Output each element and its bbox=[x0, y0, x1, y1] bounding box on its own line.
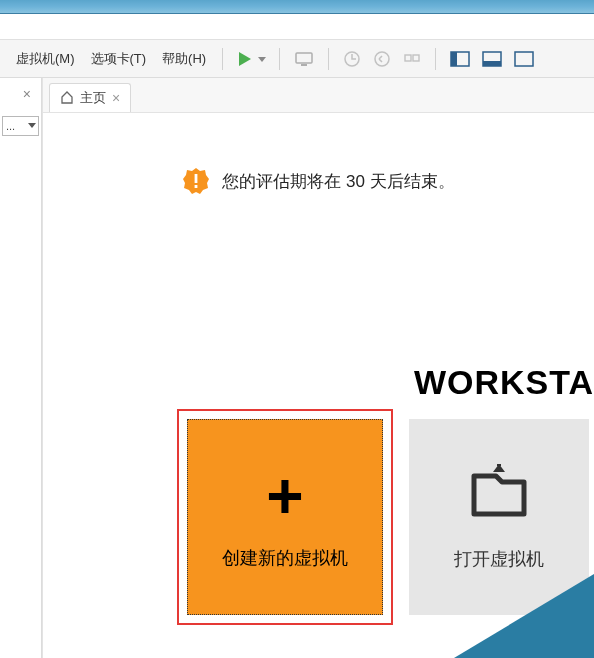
open-vm-label: 打开虚拟机 bbox=[454, 547, 544, 571]
menu-tabs-label: 选项卡(T) bbox=[91, 51, 147, 66]
svg-rect-2 bbox=[296, 53, 312, 63]
svg-rect-15 bbox=[195, 174, 198, 183]
svg-point-5 bbox=[375, 52, 389, 66]
menu-tabs[interactable]: 选项卡(T) bbox=[85, 46, 153, 72]
content-area: 主页 × 您的评估期将在 30 天后结束。 WORKSTA bbox=[42, 78, 594, 658]
layout-thumbnail-icon[interactable] bbox=[478, 48, 506, 70]
svg-rect-3 bbox=[301, 64, 307, 66]
menu-help-label: 帮助(H) bbox=[162, 51, 206, 66]
folder-open-icon bbox=[466, 464, 532, 525]
snapshot-revert-icon[interactable] bbox=[369, 47, 395, 71]
tab-home[interactable]: 主页 × bbox=[49, 83, 131, 112]
evaluation-notice-text: 您的评估期将在 30 天后结束。 bbox=[222, 170, 454, 193]
snapshot-icon[interactable] bbox=[339, 47, 365, 71]
svg-marker-1 bbox=[258, 57, 266, 62]
chevron-down-icon bbox=[28, 122, 36, 130]
svg-rect-11 bbox=[483, 61, 501, 66]
layout-fullscreen-icon[interactable] bbox=[510, 48, 538, 70]
tab-close-button[interactable]: × bbox=[112, 91, 120, 105]
separator bbox=[222, 48, 223, 70]
toolbar-spacer bbox=[0, 14, 594, 40]
svg-marker-17 bbox=[493, 464, 505, 472]
home-icon bbox=[60, 90, 74, 107]
decorative-corner bbox=[454, 574, 594, 658]
snapshot-manager-icon[interactable] bbox=[399, 47, 425, 71]
home-page: 您的评估期将在 30 天后结束。 WORKSTA + 创建新的虚拟机 bbox=[43, 112, 594, 658]
panel-close-button[interactable]: × bbox=[0, 86, 41, 102]
menu-vm[interactable]: 虚拟机(M) bbox=[10, 46, 81, 72]
separator bbox=[279, 48, 280, 70]
chevron-down-icon bbox=[255, 52, 269, 66]
evaluation-notice: 您的评估期将在 30 天后结束。 bbox=[43, 167, 594, 195]
library-filter-dropdown[interactable] bbox=[2, 116, 39, 136]
create-vm-inner: + 创建新的虚拟机 bbox=[187, 419, 383, 615]
svg-marker-0 bbox=[239, 52, 251, 66]
create-vm-label: 创建新的虚拟机 bbox=[222, 546, 348, 570]
menu-vm-label: 虚拟机(M) bbox=[16, 51, 75, 66]
menu-help[interactable]: 帮助(H) bbox=[156, 46, 212, 72]
svg-marker-13 bbox=[28, 123, 36, 128]
window-titlebar bbox=[0, 0, 594, 14]
separator bbox=[435, 48, 436, 70]
screen-icon[interactable] bbox=[290, 47, 318, 71]
layout-sidebar-icon[interactable] bbox=[446, 48, 474, 70]
svg-rect-16 bbox=[195, 185, 198, 188]
svg-rect-7 bbox=[413, 55, 419, 61]
separator bbox=[328, 48, 329, 70]
main-toolbar: 虚拟机(M) 选项卡(T) 帮助(H) bbox=[0, 40, 594, 78]
body-row: × 主页 × bbox=[0, 78, 594, 658]
plus-icon: + bbox=[266, 464, 303, 528]
warning-badge-icon bbox=[182, 167, 210, 195]
play-icon bbox=[233, 49, 257, 69]
tab-strip: 主页 × bbox=[43, 78, 594, 112]
tab-home-label: 主页 bbox=[80, 89, 106, 107]
svg-rect-6 bbox=[405, 55, 411, 61]
create-vm-button[interactable]: + 创建新的虚拟机 bbox=[177, 409, 393, 625]
svg-rect-9 bbox=[451, 52, 457, 66]
library-panel: × bbox=[0, 78, 42, 658]
svg-rect-12 bbox=[515, 52, 533, 66]
brand-title: WORKSTA bbox=[414, 363, 594, 402]
power-on-group[interactable] bbox=[233, 49, 269, 69]
